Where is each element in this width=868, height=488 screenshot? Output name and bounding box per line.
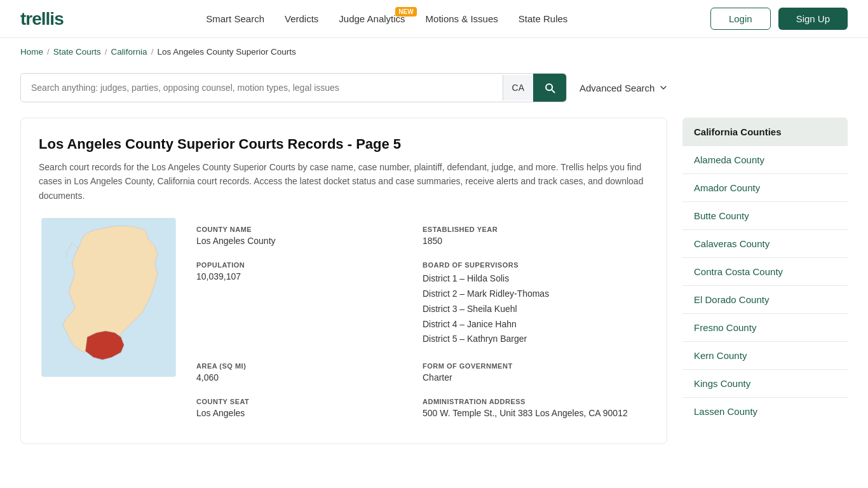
population-section: POPULATION 10,039,107 <box>196 254 423 355</box>
signup-button[interactable]: Sign Up <box>778 8 848 30</box>
admin-address-section: ADMINISTRATION ADDRESS 500 W. Temple St.… <box>423 390 649 426</box>
nav-judge-analytics[interactable]: Judge Analytics NEW <box>339 13 405 24</box>
new-badge: NEW <box>395 7 416 17</box>
board-section: BOARD OF SUPERVISORS District 1 – Hilda … <box>423 254 649 355</box>
county-seat-section: COUNTY SEAT Los Angeles <box>196 390 423 426</box>
main-nav: Smart Search Verdicts Judge Analytics NE… <box>206 13 567 24</box>
advanced-search[interactable]: Advanced Search <box>580 83 668 93</box>
area-value: 4,060 <box>196 372 423 383</box>
advanced-search-label: Advanced Search <box>580 83 654 93</box>
sidebar: California Counties Alameda County Amado… <box>682 118 848 444</box>
search-section: CA Advanced Search <box>0 65 868 118</box>
population-label: POPULATION <box>196 261 423 269</box>
nav-smart-search[interactable]: Smart Search <box>206 13 264 24</box>
sidebar-item-amador[interactable]: Amador County <box>682 174 848 202</box>
page-description: Search court records for the Los Angeles… <box>39 160 649 203</box>
county-seat-value: Los Angeles <box>196 408 423 418</box>
sidebar-item-kings[interactable]: Kings County <box>682 370 848 398</box>
search-input[interactable] <box>21 75 503 100</box>
county-map <box>39 218 179 426</box>
login-button[interactable]: Login <box>710 8 771 30</box>
sidebar-item-el-dorado[interactable]: El Dorado County <box>682 286 848 314</box>
breadcrumb-current: Los Angeles County Superior Courts <box>157 47 295 57</box>
established-section: ESTABLISHED YEAR 1850 <box>423 218 649 254</box>
board-label: BOARD OF SUPERVISORS <box>423 261 649 269</box>
county-name-label: COUNTY NAME <box>196 226 423 233</box>
area-label: AREA (SQ MI) <box>196 362 423 370</box>
area-section: AREA (SQ MI) 4,060 <box>196 355 423 390</box>
admin-address-label: ADMINISTRATION ADDRESS <box>423 398 649 405</box>
sidebar-item-kern[interactable]: Kern County <box>682 342 848 370</box>
main-layout: Los Angeles County Superior Courts Recor… <box>0 118 868 464</box>
county-info: COUNTY NAME Los Angeles County ESTABLISH… <box>39 218 649 426</box>
site-header: trellis Smart Search Verdicts Judge Anal… <box>0 0 868 38</box>
nav-state-rules[interactable]: State Rules <box>519 13 568 24</box>
logo[interactable]: trellis <box>20 9 64 29</box>
content-area: Los Angeles County Superior Courts Recor… <box>20 118 667 444</box>
established-value: 1850 <box>423 236 649 246</box>
breadcrumb-state-courts[interactable]: State Courts <box>53 47 101 57</box>
breadcrumb-sep-2: / <box>105 47 107 57</box>
sidebar-item-calaveras[interactable]: Calaveras County <box>682 230 848 258</box>
sidebar-item-fresno[interactable]: Fresno County <box>682 314 848 342</box>
sidebar-header: California Counties <box>682 118 848 146</box>
header-actions: Login Sign Up <box>710 8 848 30</box>
search-state: CA <box>503 75 533 100</box>
chevron-down-icon <box>658 83 668 93</box>
established-label: ESTABLISHED YEAR <box>423 226 649 233</box>
county-name-section: COUNTY NAME Los Angeles County <box>196 218 423 254</box>
breadcrumb-sep-3: / <box>151 47 154 57</box>
population-value: 10,039,107 <box>196 271 423 281</box>
sidebar-item-contra-costa[interactable]: Contra Costa County <box>682 258 848 286</box>
breadcrumb-home[interactable]: Home <box>20 47 43 57</box>
govt-section: FORM OF GOVERNMENT Charter <box>423 355 649 390</box>
nav-verdicts[interactable]: Verdicts <box>285 13 318 24</box>
page-title: Los Angeles County Superior Courts Recor… <box>39 136 649 152</box>
search-button[interactable] <box>533 74 566 102</box>
county-seat-label: COUNTY SEAT <box>196 398 423 405</box>
county-details: COUNTY NAME Los Angeles County ESTABLISH… <box>196 218 649 426</box>
sidebar-item-alameda[interactable]: Alameda County <box>682 146 848 174</box>
board-members: District 1 – Hilda Solis District 2 – Ma… <box>423 271 649 347</box>
nav-motions[interactable]: Motions & Issues <box>426 13 498 24</box>
form-of-govt-value: Charter <box>423 372 649 383</box>
admin-address-value: 500 W. Temple St., Unit 383 Los Angeles,… <box>423 408 649 418</box>
search-icon <box>543 81 556 94</box>
search-bar: CA <box>20 73 567 102</box>
breadcrumb: Home / State Courts / California / Los A… <box>0 38 868 65</box>
breadcrumb-sep-1: / <box>47 47 50 57</box>
form-of-govt-label: FORM OF GOVERNMENT <box>423 362 649 370</box>
sidebar-item-lassen[interactable]: Lassen County <box>682 398 848 425</box>
county-name-value: Los Angeles County <box>196 236 423 246</box>
sidebar-item-butte[interactable]: Butte County <box>682 202 848 230</box>
breadcrumb-california[interactable]: California <box>111 47 147 57</box>
